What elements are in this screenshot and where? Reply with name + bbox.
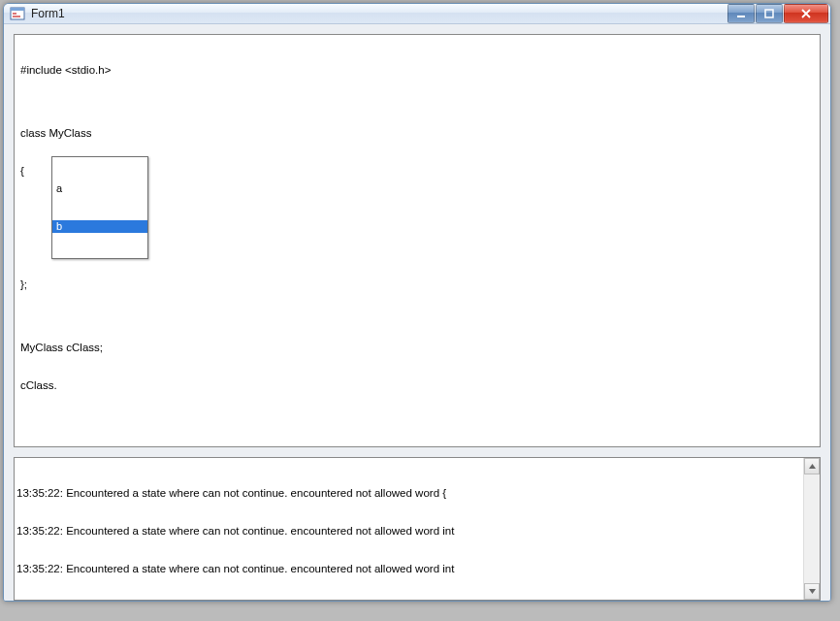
scroll-down-button[interactable] [804, 583, 820, 600]
close-button[interactable] [784, 4, 828, 23]
scroll-up-button[interactable] [804, 458, 820, 474]
autocomplete-item[interactable]: a [52, 182, 147, 195]
log-line: 13:35:22: Encountered a state where can … [16, 563, 801, 575]
maximize-button[interactable] [756, 4, 783, 23]
svg-rect-2 [13, 13, 16, 15]
scroll-track[interactable] [804, 474, 820, 583]
app-icon [10, 6, 25, 21]
svg-rect-3 [13, 16, 20, 17]
window-controls [727, 4, 828, 23]
log-panel: 13:35:22: Encountered a state where can … [14, 457, 821, 601]
window-title: Form1 [31, 7, 727, 20]
titlebar[interactable]: Form1 [4, 4, 830, 24]
client-area: #include <stdio.h> class MyClass { int a… [4, 24, 830, 602]
svg-rect-5 [765, 10, 773, 17]
code-editor[interactable]: #include <stdio.h> class MyClass { int a… [14, 34, 821, 447]
code-line: #include <stdio.h> [20, 64, 814, 77]
code-line: }; [20, 278, 814, 291]
log-line: 13:35:22: Encountered a state where can … [16, 487, 801, 500]
svg-rect-1 [11, 8, 24, 11]
autocomplete-item[interactable]: b [52, 220, 147, 233]
app-window: Form1 #include <stdio.h> class MyClass {… [3, 3, 831, 602]
log-output[interactable]: 13:35:22: Encountered a state where can … [15, 458, 803, 600]
code-line: MyClass cClass; [20, 342, 814, 354]
minimize-button[interactable] [727, 4, 755, 23]
code-line: class MyClass [20, 127, 814, 140]
code-line: cClass. [20, 379, 814, 392]
log-line: 13:35:22: Encountered a state where can … [16, 525, 801, 538]
vertical-scrollbar[interactable] [803, 458, 820, 600]
svg-rect-4 [737, 16, 745, 17]
autocomplete-popup[interactable]: a b [51, 156, 148, 259]
